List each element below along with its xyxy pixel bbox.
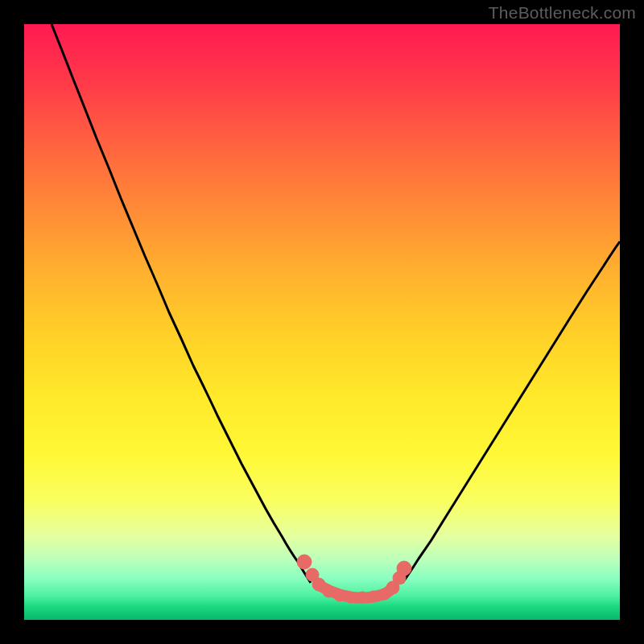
bottom-dots <box>297 555 411 603</box>
plot-area <box>24 24 620 620</box>
watermark-text: TheBottleneck.com <box>489 3 636 23</box>
curve-layer <box>24 24 620 620</box>
chart-frame: TheBottleneck.com <box>0 0 644 644</box>
left-curve <box>52 24 311 583</box>
svg-point-0 <box>297 555 312 569</box>
right-curve <box>402 242 620 583</box>
svg-point-11 <box>397 561 411 576</box>
